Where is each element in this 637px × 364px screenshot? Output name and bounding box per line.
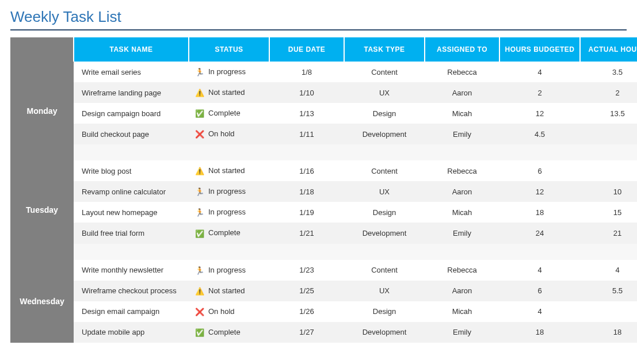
hours-budgeted-cell: 24 [499,223,580,243]
assigned-to-cell: Emily [425,322,499,343]
table-row: Revamp online calculator🏃In progress1/18… [10,181,637,202]
hours-budgeted-cell: 4 [499,260,580,281]
spacer-row [10,244,637,260]
status-cell: 🏃In progress [189,181,269,202]
task-name-cell: Revamp online calculator [74,181,189,202]
table-row: TuesdayWrite blog post⚠️Not started1/16C… [10,160,637,181]
task-type-cell: UX [344,181,425,202]
actual-hours-cell: 10 [580,181,637,202]
task-name-cell: Write email series [74,62,189,82]
assigned-to-cell: Emily [425,223,499,243]
day-cell: Monday [10,62,74,160]
on-hold-icon: ❌ [194,130,205,139]
assigned-to-cell: Emily [425,124,499,144]
task-name-cell: Design email campaign [74,301,189,322]
status-cell: ❌On hold [189,301,269,322]
in-progress-icon: 🏃 [194,266,205,275]
task-type-cell: Content [344,260,425,281]
status-cell: 🏃In progress [189,62,269,82]
hours-budgeted-cell: 4.5 [499,124,580,144]
assigned-to-cell: Rebecca [425,260,499,281]
task-name-cell: Write monthly newsletter [74,260,189,281]
task-type-cell: Content [344,62,425,82]
hours-budgeted-cell: 12 [499,181,580,202]
complete-icon: ✅ [194,328,205,337]
not-started-icon: ⚠️ [194,89,205,97]
header-day [10,37,74,62]
table-row: Wireframe checkout process⚠️Not started1… [10,281,637,301]
table-header-row: TASK NAME STATUS DUE DATE TASK TYPE ASSI… [10,37,637,62]
complete-icon: ✅ [194,229,205,238]
hours-budgeted-cell: 6 [499,281,580,301]
task-name-cell: Wireframe landing page [74,82,189,103]
task-name-cell: Layout new homepage [74,202,189,223]
status-label: On hold [208,307,235,316]
header-status: STATUS [189,37,269,62]
header-hours-budgeted: HOURS BUDGETED [499,37,580,62]
day-cell: Tuesday [10,160,74,259]
task-type-cell: Development [344,124,425,144]
due-date-cell: 1/26 [269,301,344,322]
actual-hours-cell: 21 [580,223,637,243]
status-label: Not started [208,286,245,295]
status-cell: 🏃In progress [189,202,269,223]
status-cell: ✅Complete [189,103,269,124]
table-row: Wireframe landing page⚠️Not started1/10U… [10,82,637,103]
hours-budgeted-cell: 4 [499,301,580,322]
assigned-to-cell: Rebecca [425,160,499,181]
task-name-cell: Build free trial form [74,223,189,243]
status-cell: ⚠️Not started [189,82,269,103]
assigned-to-cell: Micah [425,202,499,223]
table-row: Build checkout page❌On hold1/11Developme… [10,124,637,144]
assigned-to-cell: Aaron [425,181,499,202]
status-cell: ✅Complete [189,322,269,343]
not-started-icon: ⚠️ [194,287,205,296]
assigned-to-cell: Rebecca [425,62,499,82]
table-row: Layout new homepage🏃In progress1/19Desig… [10,202,637,223]
status-label: In progress [208,208,246,216]
spacer-row [10,144,637,160]
status-label: In progress [208,187,246,196]
task-type-cell: Content [344,160,425,181]
due-date-cell: 1/8 [269,62,344,82]
task-name-cell: Update mobile app [74,322,189,343]
task-type-cell: Design [344,103,425,124]
status-label: Complete [208,109,241,117]
actual-hours-cell: 18 [580,322,637,343]
task-type-cell: UX [344,281,425,301]
task-name-cell: Design campaign board [74,103,189,124]
in-progress-icon: 🏃 [194,68,205,76]
header-assigned-to: ASSIGNED TO [425,37,499,62]
table-row: MondayWrite email series🏃In progress1/8C… [10,62,637,82]
due-date-cell: 1/13 [269,103,344,124]
header-due-date: DUE DATE [269,37,344,62]
header-actual-hours: ACTUAL HOURS [580,37,637,62]
task-name-cell: Write blog post [74,160,189,181]
assigned-to-cell: Micah [425,301,499,322]
task-type-cell: Design [344,202,425,223]
table-row: Update mobile app✅Complete1/27Developmen… [10,322,637,343]
hours-budgeted-cell: 12 [499,103,580,124]
complete-icon: ✅ [194,109,205,118]
assigned-to-cell: Aaron [425,82,499,103]
status-cell: ⚠️Not started [189,281,269,301]
hours-budgeted-cell: 2 [499,82,580,103]
status-label: Complete [208,328,241,336]
hours-budgeted-cell: 6 [499,160,580,181]
hours-budgeted-cell: 18 [499,322,580,343]
in-progress-icon: 🏃 [194,187,205,196]
due-date-cell: 1/23 [269,260,344,281]
table-row: Design email campaign❌On hold1/26DesignM… [10,301,637,322]
status-label: Not started [208,88,245,97]
actual-hours-cell: 13.5 [580,103,637,124]
task-type-cell: Development [344,322,425,343]
due-date-cell: 1/10 [269,82,344,103]
page-title: Weekly Task List [10,7,627,30]
actual-hours-cell: 4 [580,260,637,281]
task-type-cell: Development [344,223,425,243]
actual-hours-cell: 15 [580,202,637,223]
due-date-cell: 1/21 [269,223,344,243]
actual-hours-cell: 3.5 [580,62,637,82]
due-date-cell: 1/25 [269,281,344,301]
day-cell: Wednesday [10,260,74,343]
